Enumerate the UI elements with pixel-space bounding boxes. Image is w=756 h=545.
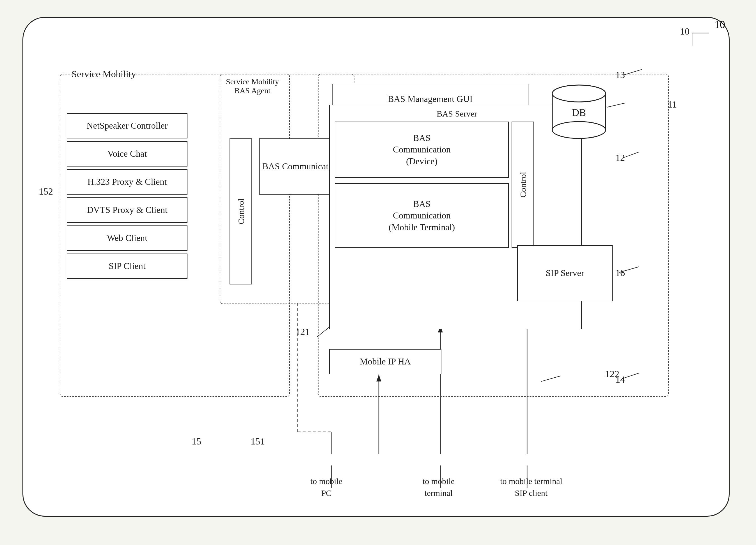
ref-11: 11 [668,99,677,110]
control-right-label: Control [517,172,528,198]
ref-15: 15 [192,436,201,447]
dvts-box: DVTS Proxy & Client [67,197,187,223]
web-client-label: Web Client [107,232,147,244]
sip-client-box: SIP Client [67,253,187,279]
ref-16: 16 [615,267,625,278]
ref-122: 122 [605,369,619,379]
control-right-box: Control [512,122,534,248]
voice-chat-box: Voice Chat [67,141,187,166]
sip-server-box: SIP Server [517,245,613,301]
ref-12: 12 [615,152,625,163]
ref-151: 151 [251,436,265,447]
to-mobile-terminal-label: to mobileterminal [411,475,467,499]
ref-13: 13 [615,70,625,80]
control-left-label: Control [235,198,246,224]
to-mobile-terminal-sip-label: to mobile terminalSIP client [489,475,573,499]
dvts-label: DVTS Proxy & Client [87,204,167,216]
ref-152: 152 [39,186,53,197]
control-left-box: Control [230,138,252,285]
h323-box: H.323 Proxy & Client [67,169,187,194]
netspeaker-controller-box: NetSpeaker Controller [67,113,187,138]
service-mobility-title: Service Mobility [72,69,136,79]
db-cylinder: DB [548,84,610,140]
svg-text:DB: DB [572,107,586,118]
main-diagram: 10 Service Mobility Service MobilityBAS … [22,17,730,517]
ref-10: 10 [680,26,689,37]
mobile-ip-ha-box: Mobile IP HA [329,349,441,374]
to-mobile-pc-label: to mobilePC [304,475,349,499]
bas-comm-device-label: BASCommunication(Device) [393,132,451,167]
mobile-ip-ha-label: Mobile IP HA [360,356,411,368]
bas-comm-mobile-label: BASCommunication(Mobile Terminal) [389,198,455,233]
bas-comm-agent-label: BAS Communication [262,161,340,172]
web-client-box: Web Client [67,225,187,251]
bas-server-label: BAS Server [437,108,477,119]
bas-comm-mobile-box: BASCommunication(Mobile Terminal) [335,183,509,248]
svg-point-28 [552,122,606,138]
netspeaker-label: NetSpeaker Controller [87,120,168,132]
ref-121: 121 [295,327,310,337]
voice-chat-label: Voice Chat [107,148,147,160]
bas-mgmt-gui-label: BAS Management GUI [388,93,473,105]
h323-label: H.323 Proxy & Client [88,176,167,188]
sip-client-label: SIP Client [109,260,145,272]
ref-10-outer: 10 [714,18,725,31]
svg-point-29 [552,85,606,102]
sip-server-label: SIP Server [546,267,584,279]
bas-comm-device-box: BASCommunication(Device) [335,122,509,178]
sm-bas-agent-title: Service MobilityBAS Agent [226,77,279,95]
